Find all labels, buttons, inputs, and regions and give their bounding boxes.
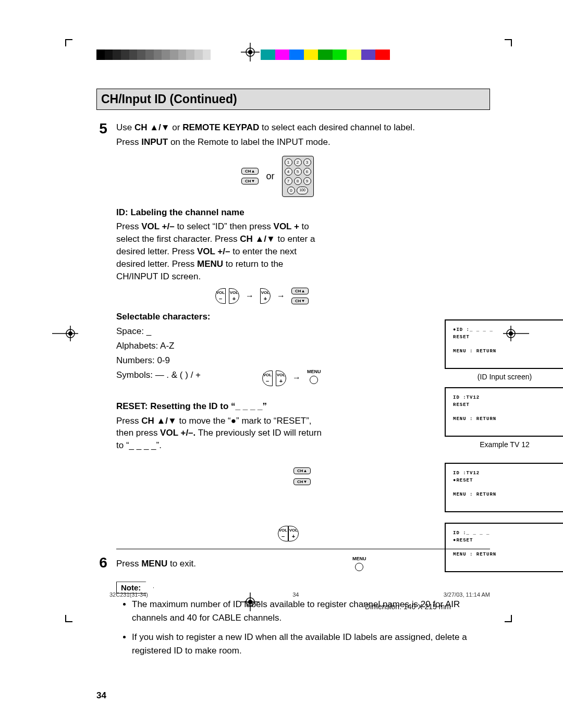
keypad-illustration: CH▲ CH▼ or 123 456 789 0100: [241, 156, 490, 197]
footer-doc-id: 32C231(31-34): [109, 591, 148, 598]
svg-point-3: [248, 50, 252, 54]
step-number: 5: [96, 121, 110, 541]
osd-caption: (ID Input screen): [445, 372, 563, 382]
instruction-text: Use CH ▲/▼ or REMOTE KEYPAD to select ea…: [116, 121, 490, 134]
selectable-chars-heading: Selectable characters:: [116, 311, 490, 323]
osd-line: ●RESET: [453, 477, 558, 485]
step-body: Use CH ▲/▼ or REMOTE KEYPAD to select ea…: [116, 121, 490, 541]
arrow-right-icon: →: [246, 290, 254, 302]
crop-mark-icon: [65, 39, 72, 46]
footer-dimension: Dimension: 140 X 215 mm: [365, 602, 451, 611]
arrow-right-icon: →: [277, 290, 285, 302]
crop-mark-icon: [505, 39, 512, 46]
registration-mark-icon: [52, 326, 78, 341]
horizontal-divider: [116, 549, 490, 549]
osd-screen: ID :TV12 RESET MENU : RETURN Example TV …: [445, 387, 563, 450]
menu-button-icon: MENU: [307, 368, 321, 387]
remote-keypad-icon: 123 456 789 0100: [282, 156, 314, 197]
vol-minus-icon: VOL–: [278, 526, 288, 541]
crop-mark-icon: [65, 615, 72, 622]
osd-caption: Example TV 12: [445, 440, 563, 450]
menu-button-icon: MENU: [352, 556, 366, 574]
vol-plus-icon: VOL+: [276, 371, 286, 386]
ch-down-button-icon: CH▼: [241, 178, 259, 184]
osd-line: MENU : RETURN: [453, 416, 558, 423]
osd-screen: ●ID :_ _ _ _ RESET MENU : RETURN (ID Inp…: [445, 319, 563, 382]
text-line: Numbers: 0-9: [116, 354, 490, 367]
id-subheading: ID: Labeling the channel name: [116, 206, 490, 219]
page-number: 34: [96, 690, 490, 701]
ch-button-stack-icon: CH▲ CH▼: [293, 467, 311, 485]
vol-plus-icon: VOL+: [229, 288, 239, 304]
instruction-text: Press CH ▲/▼ to move the “●” mark to “RE…: [116, 415, 325, 452]
text-line: Space: _: [116, 325, 490, 338]
osd-line: MENU : RETURN: [453, 348, 558, 355]
instruction-text: Press VOL +/– to select “ID” then press …: [116, 220, 325, 282]
ch-up-button-icon: CH▲: [241, 168, 259, 175]
text-line: Alphabets: A-Z: [116, 340, 490, 352]
step-6: 6 Press MENU to exit. MENU: [96, 556, 490, 574]
vol-minus-icon: VOL–: [215, 288, 226, 304]
step-number: 6: [96, 556, 110, 574]
osd-screen: ID :TV12 ●RESET MENU : RETURN: [445, 463, 563, 512]
instruction-text: Press MENU to exit.: [116, 558, 196, 570]
reset-subheading: RESET: Resetting the ID to “_ _ _ _”: [116, 400, 490, 413]
footer-page: 34: [292, 591, 299, 598]
osd-line: RESET: [453, 334, 558, 341]
osd-line: ●ID :_ _ _ _: [453, 327, 558, 334]
footer-date: 3/27/03, 11:14 AM: [444, 591, 490, 598]
footer: 32C231(31-34) 34 3/27/03, 11:14 AM: [109, 591, 490, 598]
osd-screen: ID :_ _ _ _ ●RESET MENU : RETURN: [445, 523, 563, 572]
vol-plus-icon: VOL+: [288, 526, 299, 541]
list-item: The maximum number of ID labels availabl…: [132, 598, 490, 624]
step-5: 5 Use CH ▲/▼ or REMOTE KEYPAD to select …: [96, 121, 490, 541]
osd-line: ID :TV12: [453, 394, 558, 402]
instruction-text: Press INPUT on the Remote to label the I…: [116, 136, 490, 149]
arrow-right-icon: →: [292, 372, 301, 384]
osd-line: MENU : RETURN: [453, 551, 558, 559]
osd-line: ●RESET: [453, 537, 558, 545]
svg-point-11: [68, 331, 72, 336]
osd-line: MENU : RETURN: [453, 491, 558, 499]
or-label: or: [266, 170, 274, 183]
osd-line: RESET: [453, 402, 558, 409]
osd-line: ID :_ _ _ _: [453, 530, 558, 537]
ch-down-button-icon: CH▼: [291, 298, 309, 304]
grayscale-calibration-bar: [96, 50, 219, 60]
button-sequence-icon: VOL– VOL+ → VOL+ → CH▲ CH▼: [215, 288, 490, 304]
crop-mark-icon: [505, 615, 512, 622]
list-item: If you wish to register a new ID when al…: [132, 631, 490, 657]
ch-up-button-icon: CH▲: [293, 467, 311, 474]
ch-down-button-icon: CH▼: [293, 478, 311, 485]
registration-mark-icon: [240, 42, 261, 63]
section-heading: CH/Input ID (Continued): [96, 89, 490, 110]
color-calibration-bar: [261, 50, 404, 60]
vol-minus-icon: VOL–: [262, 371, 273, 386]
ch-up-button-icon: CH▲: [291, 288, 309, 294]
vol-plus-icon: VOL+: [260, 288, 271, 304]
osd-line: ID :TV12: [453, 470, 558, 477]
